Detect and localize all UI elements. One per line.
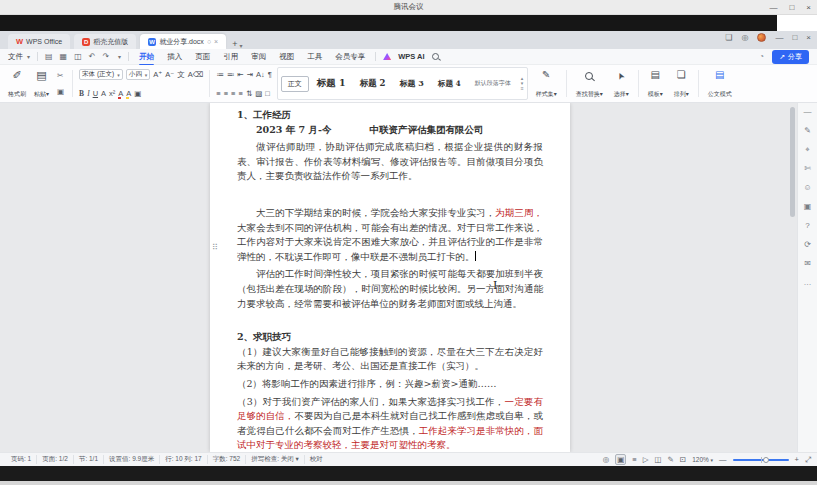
new-tab-dropdown-icon[interactable]: ▾ bbox=[239, 42, 242, 49]
redo-icon[interactable]: ↷ bbox=[102, 52, 109, 61]
wps-restore-icon[interactable]: □ bbox=[792, 33, 797, 42]
underline-icon[interactable]: U bbox=[93, 88, 98, 99]
sort-icon[interactable]: A↓ bbox=[256, 69, 265, 80]
print-preview-icon[interactable]: ◫ bbox=[74, 52, 82, 61]
menu-tab-page[interactable]: 页面 bbox=[192, 50, 213, 64]
tab-close-icon[interactable]: × bbox=[214, 38, 218, 45]
status-spellcheck[interactable]: 拼写检查: 关闭 ▾ bbox=[245, 455, 304, 464]
text-effects-icon[interactable]: 文 bbox=[177, 69, 185, 80]
new-tab-button[interactable]: + bbox=[232, 39, 237, 49]
ink-mode-icon[interactable]: ✎ bbox=[668, 455, 674, 464]
line-spacing-icon[interactable]: ⇅ bbox=[246, 88, 252, 99]
tab-docer[interactable]: D 稻壳充值版 bbox=[74, 34, 136, 49]
cut-icon[interactable]: ✂ bbox=[55, 71, 66, 80]
decrease-font-icon[interactable]: A⁻ bbox=[165, 69, 174, 80]
arrange-button[interactable]: ❏ 排列▾ bbox=[671, 67, 692, 100]
zoom-in-icon[interactable]: + bbox=[795, 455, 799, 464]
style-default-font[interactable]: 默认段落字体 bbox=[469, 77, 517, 90]
character-border-icon[interactable]: A bbox=[101, 88, 106, 99]
redo-dropdown-icon[interactable]: ▾ bbox=[118, 53, 121, 60]
menu-tab-reference[interactable]: 引用 bbox=[220, 50, 241, 64]
scrollbar-thumb[interactable] bbox=[790, 107, 795, 217]
tab-wps-home[interactable]: W WPS Office bbox=[8, 34, 70, 49]
fullscreen-icon[interactable]: ⤢ bbox=[805, 455, 811, 465]
paragraph[interactable]: （3）对于我们资产评估的家人们，如果大家选择实习找工作，一定要有足够的自信，不要… bbox=[237, 395, 543, 453]
paste-button[interactable]: ▤ 粘贴▾ bbox=[32, 67, 51, 100]
menu-tab-tools[interactable]: 工具 bbox=[304, 50, 325, 64]
select-button[interactable]: ➤ 选择▾ bbox=[611, 67, 632, 100]
avatar[interactable] bbox=[757, 33, 766, 42]
print-icon[interactable]: ▦ bbox=[60, 52, 68, 61]
menu-tab-home[interactable]: 开始 bbox=[136, 50, 157, 64]
character-shading-icon[interactable]: ▣ bbox=[134, 88, 141, 99]
align-justify-icon[interactable]: ≡ bbox=[239, 88, 243, 99]
align-left-icon[interactable]: ≡ bbox=[216, 88, 220, 99]
collapse-sidebar-icon[interactable]: — bbox=[804, 107, 812, 116]
style-heading2[interactable]: 标题 2 bbox=[354, 76, 392, 92]
cut-tool-icon[interactable]: ✄ bbox=[804, 164, 811, 173]
numbering-icon[interactable]: ≕ bbox=[227, 69, 235, 80]
decrease-indent-icon[interactable]: ⇤ bbox=[237, 69, 243, 80]
page-view-icon[interactable]: ▣ bbox=[615, 454, 626, 465]
bullets-icon[interactable]: ≔ bbox=[216, 69, 224, 80]
menu-tab-view[interactable]: 视图 bbox=[276, 50, 297, 64]
vertical-scrollbar[interactable] bbox=[790, 105, 795, 450]
sticker-icon[interactable]: ☺ bbox=[803, 183, 811, 192]
style-heading3[interactable]: 标题 3 bbox=[394, 76, 430, 91]
paragraph[interactable]: 2023 年 7 月-今 中联资产评估集团有限公司 bbox=[237, 123, 543, 138]
sync-icon[interactable]: ⟳ bbox=[804, 240, 811, 249]
paragraph[interactable]: （1）建议大家衡量好自己能够接触到的资源，尽量在大三下左右决定好未来的方向，是考… bbox=[237, 345, 543, 374]
meeting-minimize-icon[interactable]: — bbox=[769, 3, 777, 12]
print-layout-icon[interactable]: ◫ bbox=[654, 455, 661, 464]
show-marks-icon[interactable]: ¶ bbox=[268, 69, 272, 80]
file-menu[interactable]: 文件 ▾ bbox=[8, 52, 30, 62]
borders-icon[interactable]: □ bbox=[265, 88, 270, 99]
copy-icon[interactable]: ▣ bbox=[55, 87, 66, 96]
paragraph[interactable]: 1、工作经历 bbox=[237, 108, 543, 123]
status-proofread[interactable]: 校对 bbox=[304, 455, 328, 464]
paragraph[interactable]: 2、求职技巧 bbox=[237, 330, 543, 345]
format-painter-button[interactable]: ✐ 格式刷 bbox=[6, 67, 28, 100]
paragraph-drag-handle[interactable]: ⠿ bbox=[212, 243, 217, 252]
undo-icon[interactable]: ↶ bbox=[89, 52, 96, 61]
style-normal[interactable]: 正文 bbox=[281, 76, 309, 92]
cloud-status-icon[interactable]: ◔ bbox=[759, 52, 764, 61]
search-icon[interactable] bbox=[432, 53, 439, 60]
style-heading4[interactable]: 标题 4 bbox=[432, 77, 467, 91]
paragraph[interactable]: 大三的下学期结束的时候，学院会给大家安排专业实习，为期三周，大家会去到不同的评估… bbox=[237, 206, 543, 264]
align-center-icon[interactable]: ≡ bbox=[224, 88, 228, 99]
increase-indent-icon[interactable]: ⇥ bbox=[247, 69, 253, 80]
font-name-select[interactable]: 宋体 (正文)▾ bbox=[79, 69, 123, 80]
style-heading1[interactable]: 标题 1 bbox=[311, 75, 352, 92]
style-set-button[interactable]: ✎ 样式集▾ bbox=[533, 67, 560, 100]
app-settings-icon[interactable]: ◎ bbox=[742, 33, 749, 42]
superscript-icon[interactable]: x² bbox=[109, 88, 115, 99]
wps-minimize-icon[interactable]: — bbox=[775, 33, 783, 42]
tab-document-active[interactable]: W 就业分享.docx ○ × bbox=[140, 34, 226, 49]
font-color-icon[interactable]: A bbox=[118, 88, 123, 99]
more-icon[interactable]: … bbox=[804, 278, 812, 287]
menu-tab-review[interactable]: 审阅 bbox=[248, 50, 269, 64]
outline-view-icon[interactable]: ≡ bbox=[632, 455, 636, 464]
select-tool-icon[interactable]: ⌖ bbox=[805, 145, 810, 154]
menu-tab-insert[interactable]: 插入 bbox=[164, 50, 185, 64]
style-gallery-scroll[interactable]: ▴▾≡ bbox=[519, 76, 524, 91]
zoom-slider-thumb[interactable] bbox=[763, 457, 769, 463]
highlight-color-icon[interactable]: A bbox=[126, 88, 131, 99]
zoom-slider[interactable] bbox=[733, 459, 789, 461]
document-page[interactable]: 1、工作经历2023 年 7 月-今 中联资产评估集团有限公司做评估师助理，协助… bbox=[210, 103, 570, 452]
windows-switch-icon[interactable]: ❏ bbox=[725, 33, 732, 42]
snapshot-icon[interactable]: ▣ bbox=[804, 202, 812, 211]
increase-font-icon[interactable]: A⁺ bbox=[153, 69, 162, 80]
pen-icon[interactable]: ✎ bbox=[804, 126, 811, 135]
wps-ai-label[interactable]: WPS AI bbox=[398, 52, 424, 61]
save-icon[interactable]: ▤ bbox=[45, 52, 53, 61]
meeting-restore-icon[interactable]: □ bbox=[789, 3, 794, 12]
fit-page-icon[interactable]: ⊡ bbox=[680, 455, 686, 464]
wps-close-icon[interactable]: × bbox=[806, 33, 811, 42]
read-mode-icon[interactable]: ▷ bbox=[643, 455, 649, 464]
font-size-select[interactable]: 小四▾ bbox=[126, 69, 151, 80]
bold-icon[interactable]: B bbox=[79, 88, 84, 99]
template-button[interactable]: ▤ 模板▾ bbox=[645, 67, 666, 100]
meeting-close-icon[interactable]: × bbox=[806, 3, 811, 12]
